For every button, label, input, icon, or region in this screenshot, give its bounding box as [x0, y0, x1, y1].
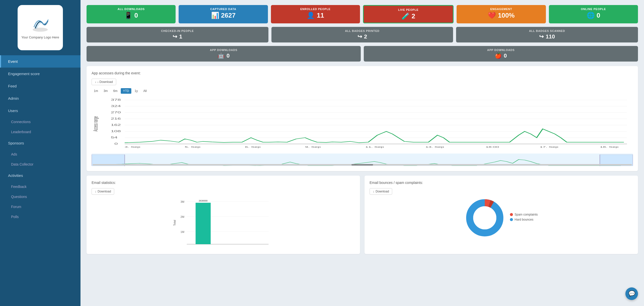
app-download-cards-row: APP DOWNLOADS 🤖 0 APP DOWNLOADS 🍎 0	[87, 46, 638, 62]
svg-text:Total: Total	[173, 220, 176, 226]
email-bounces-download-button[interactable]: ↓ Download	[370, 188, 392, 195]
sidebar-item-polls[interactable]: Polls	[0, 212, 80, 222]
bottom-charts-row: Email statistics: ↓ Download 3M 2M 1M To…	[87, 176, 638, 254]
sidebar-item-feedback[interactable]: Feedback	[0, 182, 80, 192]
sidebar-item-users[interactable]: Users	[0, 105, 80, 117]
email-stats-download-button[interactable]: ↓ Download	[92, 188, 114, 195]
engagement-value: ❤️ 100%	[460, 12, 542, 19]
svg-text:18. Sep: 18. Sep	[600, 146, 618, 148]
svg-text:108: 108	[111, 130, 121, 133]
app-card-android: APP DOWNLOADS 🤖 0	[87, 46, 361, 62]
time-filter-all[interactable]: All	[141, 88, 149, 94]
line-chart-svg: 378 324 270 216 162 108 54 0 Access rang…	[92, 96, 633, 151]
sidebar-item-questions[interactable]: Questions	[0, 192, 80, 202]
checked-in-value: ↪ 1	[90, 33, 265, 40]
badge-print-icon: ↪	[357, 33, 362, 40]
phone-icon: 📱	[124, 12, 132, 19]
main-content: ALL DOWNLOADS 📱 0 CAPTURED DATA 📊 2627 E…	[80, 0, 644, 306]
android-icon: 🤖	[218, 53, 224, 59]
sec-card-checked-in: CHECKED-IN PEOPLE ↪ 1	[87, 27, 268, 42]
sidebar-item-activities[interactable]: Activities	[0, 169, 80, 182]
sidebar-item-sponsors[interactable]: Sponsors	[0, 137, 80, 149]
time-filter-row: 1m 3m 6m YTD 1y All	[92, 88, 633, 94]
time-filter-1y[interactable]: 1y	[132, 88, 140, 94]
badges-scanned-label: ALL BADGES SCANNED	[460, 29, 634, 32]
heart-icon: ❤️	[488, 12, 496, 19]
sidebar-item-ads[interactable]: Ads	[0, 149, 80, 159]
apple-icon: 🍎	[495, 53, 502, 59]
online-people-value: 🌐 0	[552, 12, 634, 19]
svg-text:13. Sep: 13. Sep	[425, 146, 444, 148]
svg-text:1M: 1M	[181, 230, 184, 233]
chart-icon: 📊	[211, 12, 219, 19]
sidebar-item-data-collector[interactable]: Data Collector	[0, 159, 80, 169]
svg-text:5. Sep: 5. Sep	[185, 146, 200, 148]
company-logo-icon	[30, 16, 50, 33]
svg-text:17. Sep: 17. Sep	[540, 146, 558, 148]
secondary-cards-row: CHECKED-IN PEOPLE ↪ 1 ALL BADGES PRINTED…	[87, 27, 638, 42]
line-chart-container: 378 324 270 216 162 108 54 0 Access rang…	[92, 96, 633, 166]
sidebar-item-admin[interactable]: Admin	[0, 92, 80, 105]
email-stats-panel: Email statistics: ↓ Download 3M 2M 1M To…	[87, 176, 360, 254]
badges-printed-value: ↪ 2	[275, 33, 450, 40]
captured-data-value: 📊 2627	[182, 12, 264, 19]
svg-text:216: 216	[111, 117, 121, 120]
svg-text:162: 162	[111, 124, 121, 126]
checked-in-label: CHECKED-IN PEOPLE	[90, 29, 265, 32]
all-downloads-value: 📱 0	[90, 12, 172, 19]
svg-text:9. Sep: 9. Sep	[305, 146, 321, 148]
logo-box: Your Company Logo Here	[18, 5, 63, 50]
sidebar-item-forum[interactable]: Forum	[0, 202, 80, 212]
svg-text:2630000: 2630000	[199, 199, 208, 202]
stat-card-captured-data[interactable]: CAPTURED DATA 📊 2627	[179, 5, 268, 23]
svg-text:378: 378	[111, 98, 121, 101]
svg-text:11. Sep: 11. Sep	[365, 146, 384, 148]
android-downloads-label: APP DOWNLOADS	[90, 48, 357, 52]
stat-card-all-downloads[interactable]: ALL DOWNLOADS 📱 0	[87, 5, 176, 23]
svg-text:Access range: Access range	[92, 116, 99, 132]
stat-card-live-people[interactable]: LIVE PEOPLE 🧪 2	[363, 5, 454, 23]
chart-download-button[interactable]: ↓ ↓ Download	[92, 79, 116, 85]
spam-dot	[510, 213, 513, 216]
checkin-icon: ↪	[173, 33, 177, 40]
svg-text:54: 54	[111, 136, 118, 139]
stat-card-enrolled-people[interactable]: ENROLLED PEOPLE 👤 11	[271, 5, 360, 23]
sidebar-item-engagement-score[interactable]: Engagement score	[0, 68, 80, 80]
time-filter-1m[interactable]: 1m	[92, 88, 100, 94]
app-card-ios: APP DOWNLOADS 🍎 0	[364, 46, 638, 62]
svg-text:0: 0	[114, 142, 118, 145]
hard-bounces-dot	[510, 218, 513, 221]
person-icon: 👤	[307, 12, 315, 19]
time-filter-3m[interactable]: 3m	[101, 88, 110, 94]
badges-scanned-value: ↪ 110	[460, 33, 634, 40]
stat-card-online-people[interactable]: ONLINE PEOPLE 🌐 0	[549, 5, 638, 23]
svg-text:6. Sep: 6. Sep	[245, 146, 261, 148]
email-bar-chart: 3M 2M 1M Total 2630000	[92, 198, 355, 249]
flask-icon: 🧪	[401, 12, 410, 20]
engagement-label: ENGAGEMENT	[460, 8, 542, 11]
android-downloads-value: 🤖 0	[90, 53, 357, 59]
svg-text:3. Sep: 3. Sep	[125, 146, 140, 148]
svg-point-43	[473, 206, 496, 229]
legend-spam: Spam complaints	[510, 213, 538, 216]
stat-card-engagement[interactable]: ENGAGEMENT ❤️ 100%	[457, 5, 546, 23]
svg-text:270: 270	[111, 111, 121, 114]
sidebar-item-event[interactable]: Event	[0, 55, 80, 68]
enrolled-people-value: 👤 11	[274, 12, 356, 19]
sidebar-item-connections[interactable]: Connections	[0, 117, 80, 127]
svg-text:3M: 3M	[181, 200, 184, 203]
captured-data-label: CAPTURED DATA	[182, 8, 264, 11]
enrolled-people-label: ENROLLED PEOPLE	[274, 8, 356, 11]
donut-chart-svg	[465, 198, 505, 238]
time-filter-ytd[interactable]: YTD	[121, 88, 131, 94]
time-filter-6m[interactable]: 6m	[111, 88, 120, 94]
chat-icon: 💬	[628, 290, 635, 297]
badge-scan-icon: ↪	[539, 33, 544, 40]
chat-bubble-button[interactable]: 💬	[625, 287, 638, 300]
sidebar-item-leaderboard[interactable]: Leaderboard	[0, 127, 80, 137]
stat-cards-row: ALL DOWNLOADS 📱 0 CAPTURED DATA 📊 2627 E…	[87, 5, 638, 23]
app-access-chart-title: App accesses during the event:	[92, 71, 633, 75]
donut-legend: Spam complaints Hard bounces	[510, 213, 538, 223]
sidebar-item-feed[interactable]: Feed	[0, 80, 80, 92]
badges-printed-label: ALL BADGES PRINTED	[275, 29, 450, 32]
